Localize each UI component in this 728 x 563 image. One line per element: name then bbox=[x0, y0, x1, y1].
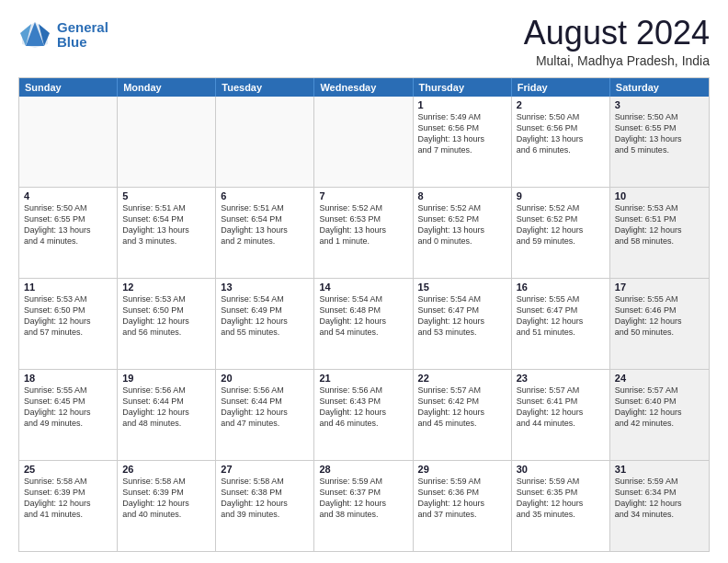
day-cell-17: 17Sunrise: 5:55 AM Sunset: 6:46 PM Dayli… bbox=[610, 279, 709, 369]
empty-cell-0-1 bbox=[118, 97, 216, 187]
day-cell-25: 25Sunrise: 5:58 AM Sunset: 6:39 PM Dayli… bbox=[19, 461, 118, 551]
day-cell-23: 23Sunrise: 5:57 AM Sunset: 6:41 PM Dayli… bbox=[512, 370, 610, 460]
main-title: August 2024 bbox=[524, 15, 710, 52]
day-cell-8: 8Sunrise: 5:52 AM Sunset: 6:52 PM Daylig… bbox=[414, 188, 512, 278]
cell-info: Sunrise: 5:51 AM Sunset: 6:54 PM Dayligh… bbox=[221, 202, 309, 247]
day-number: 10 bbox=[615, 190, 704, 201]
cell-info: Sunrise: 5:53 AM Sunset: 6:50 PM Dayligh… bbox=[122, 293, 210, 339]
header-cell-saturday: Saturday bbox=[610, 78, 709, 97]
cell-info: Sunrise: 5:52 AM Sunset: 6:52 PM Dayligh… bbox=[418, 202, 506, 247]
day-cell-4: 4Sunrise: 5:50 AM Sunset: 6:55 PM Daylig… bbox=[19, 188, 118, 278]
day-cell-5: 5Sunrise: 5:51 AM Sunset: 6:54 PM Daylig… bbox=[118, 188, 216, 278]
cell-info: Sunrise: 5:55 AM Sunset: 6:47 PM Dayligh… bbox=[517, 293, 605, 339]
cell-info: Sunrise: 5:52 AM Sunset: 6:52 PM Dayligh… bbox=[517, 202, 605, 247]
day-number: 5 bbox=[122, 190, 210, 201]
day-cell-16: 16Sunrise: 5:55 AM Sunset: 6:47 PM Dayli… bbox=[512, 279, 610, 369]
day-number: 13 bbox=[221, 282, 309, 293]
cell-info: Sunrise: 5:53 AM Sunset: 6:50 PM Dayligh… bbox=[24, 293, 112, 339]
day-cell-9: 9Sunrise: 5:52 AM Sunset: 6:52 PM Daylig… bbox=[512, 188, 610, 278]
cell-info: Sunrise: 5:54 AM Sunset: 6:48 PM Dayligh… bbox=[319, 293, 407, 339]
day-number: 20 bbox=[221, 373, 309, 384]
calendar-body: 1Sunrise: 5:49 AM Sunset: 6:56 PM Daylig… bbox=[19, 97, 709, 551]
day-number: 12 bbox=[122, 282, 210, 293]
calendar-row-2: 4Sunrise: 5:50 AM Sunset: 6:55 PM Daylig… bbox=[19, 188, 709, 279]
day-cell-3: 3Sunrise: 5:50 AM Sunset: 6:55 PM Daylig… bbox=[610, 97, 709, 187]
day-cell-14: 14Sunrise: 5:54 AM Sunset: 6:48 PM Dayli… bbox=[314, 279, 413, 369]
calendar-row-3: 11Sunrise: 5:53 AM Sunset: 6:50 PM Dayli… bbox=[19, 279, 709, 370]
calendar-header: SundayMondayTuesdayWednesdayThursdayFrid… bbox=[19, 78, 709, 97]
day-cell-1: 1Sunrise: 5:49 AM Sunset: 6:56 PM Daylig… bbox=[414, 97, 512, 187]
day-cell-26: 26Sunrise: 5:58 AM Sunset: 6:39 PM Dayli… bbox=[118, 461, 216, 551]
empty-cell-0-2 bbox=[216, 97, 314, 187]
cell-info: Sunrise: 5:59 AM Sunset: 6:37 PM Dayligh… bbox=[319, 476, 407, 521]
day-number: 2 bbox=[517, 99, 605, 110]
day-cell-20: 20Sunrise: 5:56 AM Sunset: 6:44 PM Dayli… bbox=[216, 370, 314, 460]
day-cell-10: 10Sunrise: 5:53 AM Sunset: 6:51 PM Dayli… bbox=[610, 188, 709, 278]
cell-info: Sunrise: 5:59 AM Sunset: 6:34 PM Dayligh… bbox=[615, 476, 704, 521]
calendar: SundayMondayTuesdayWednesdayThursdayFrid… bbox=[18, 77, 710, 552]
header-cell-friday: Friday bbox=[512, 78, 610, 97]
calendar-row-5: 25Sunrise: 5:58 AM Sunset: 6:39 PM Dayli… bbox=[19, 461, 709, 551]
day-number: 7 bbox=[319, 190, 407, 201]
day-number: 26 bbox=[122, 464, 210, 475]
title-block: August 2024 Multai, Madhya Pradesh, Indi… bbox=[524, 15, 710, 68]
day-cell-22: 22Sunrise: 5:57 AM Sunset: 6:42 PM Dayli… bbox=[414, 370, 512, 460]
day-number: 30 bbox=[517, 464, 605, 475]
cell-info: Sunrise: 5:49 AM Sunset: 6:56 PM Dayligh… bbox=[418, 111, 506, 156]
day-number: 4 bbox=[24, 190, 112, 201]
day-number: 17 bbox=[615, 282, 704, 293]
day-number: 18 bbox=[24, 373, 112, 384]
day-number: 24 bbox=[615, 373, 704, 384]
day-cell-18: 18Sunrise: 5:55 AM Sunset: 6:45 PM Dayli… bbox=[19, 370, 118, 460]
day-cell-29: 29Sunrise: 5:59 AM Sunset: 6:36 PM Dayli… bbox=[414, 461, 512, 551]
day-number: 16 bbox=[517, 282, 605, 293]
logo-line2: Blue bbox=[57, 34, 87, 50]
day-number: 15 bbox=[418, 282, 506, 293]
day-number: 31 bbox=[615, 464, 704, 475]
cell-info: Sunrise: 5:59 AM Sunset: 6:36 PM Dayligh… bbox=[418, 476, 506, 521]
header: General Blue August 2024 Multai, Madhya … bbox=[18, 15, 710, 68]
cell-info: Sunrise: 5:51 AM Sunset: 6:54 PM Dayligh… bbox=[122, 202, 210, 247]
day-number: 27 bbox=[221, 464, 309, 475]
day-number: 9 bbox=[517, 190, 605, 201]
cell-info: Sunrise: 5:52 AM Sunset: 6:53 PM Dayligh… bbox=[319, 202, 407, 247]
day-cell-21: 21Sunrise: 5:56 AM Sunset: 6:43 PM Dayli… bbox=[314, 370, 413, 460]
day-cell-27: 27Sunrise: 5:58 AM Sunset: 6:38 PM Dayli… bbox=[216, 461, 314, 551]
cell-info: Sunrise: 5:50 AM Sunset: 6:55 PM Dayligh… bbox=[615, 111, 704, 156]
empty-cell-0-3 bbox=[314, 97, 413, 187]
cell-info: Sunrise: 5:55 AM Sunset: 6:46 PM Dayligh… bbox=[615, 293, 704, 339]
cell-info: Sunrise: 5:50 AM Sunset: 6:56 PM Dayligh… bbox=[517, 111, 605, 156]
day-number: 23 bbox=[517, 373, 605, 384]
header-cell-thursday: Thursday bbox=[414, 78, 512, 97]
header-cell-tuesday: Tuesday bbox=[216, 78, 314, 97]
day-cell-2: 2Sunrise: 5:50 AM Sunset: 6:56 PM Daylig… bbox=[512, 97, 610, 187]
calendar-row-1: 1Sunrise: 5:49 AM Sunset: 6:56 PM Daylig… bbox=[19, 97, 709, 188]
day-number: 1 bbox=[418, 99, 506, 110]
day-number: 28 bbox=[319, 464, 407, 475]
logo: General Blue bbox=[18, 18, 108, 52]
cell-info: Sunrise: 5:54 AM Sunset: 6:47 PM Dayligh… bbox=[418, 293, 506, 339]
day-number: 11 bbox=[24, 282, 112, 293]
day-number: 25 bbox=[24, 464, 112, 475]
day-cell-15: 15Sunrise: 5:54 AM Sunset: 6:47 PM Dayli… bbox=[414, 279, 512, 369]
header-cell-wednesday: Wednesday bbox=[314, 78, 413, 97]
day-cell-11: 11Sunrise: 5:53 AM Sunset: 6:50 PM Dayli… bbox=[19, 279, 118, 369]
cell-info: Sunrise: 5:57 AM Sunset: 6:40 PM Dayligh… bbox=[615, 385, 704, 430]
day-number: 19 bbox=[122, 373, 210, 384]
cell-info: Sunrise: 5:58 AM Sunset: 6:38 PM Dayligh… bbox=[221, 476, 309, 521]
logo-text: General Blue bbox=[57, 20, 108, 51]
day-number: 29 bbox=[418, 464, 506, 475]
page: General Blue August 2024 Multai, Madhya … bbox=[0, 0, 728, 563]
day-number: 22 bbox=[418, 373, 506, 384]
cell-info: Sunrise: 5:57 AM Sunset: 6:42 PM Dayligh… bbox=[418, 385, 506, 430]
day-cell-30: 30Sunrise: 5:59 AM Sunset: 6:35 PM Dayli… bbox=[512, 461, 610, 551]
cell-info: Sunrise: 5:56 AM Sunset: 6:43 PM Dayligh… bbox=[319, 385, 407, 430]
cell-info: Sunrise: 5:50 AM Sunset: 6:55 PM Dayligh… bbox=[24, 202, 112, 247]
cell-info: Sunrise: 5:57 AM Sunset: 6:41 PM Dayligh… bbox=[517, 385, 605, 430]
header-cell-sunday: Sunday bbox=[19, 78, 118, 97]
logo-line1: General bbox=[57, 19, 108, 35]
calendar-row-4: 18Sunrise: 5:55 AM Sunset: 6:45 PM Dayli… bbox=[19, 370, 709, 461]
cell-info: Sunrise: 5:56 AM Sunset: 6:44 PM Dayligh… bbox=[122, 385, 210, 430]
day-cell-13: 13Sunrise: 5:54 AM Sunset: 6:49 PM Dayli… bbox=[216, 279, 314, 369]
cell-info: Sunrise: 5:53 AM Sunset: 6:51 PM Dayligh… bbox=[615, 202, 704, 247]
